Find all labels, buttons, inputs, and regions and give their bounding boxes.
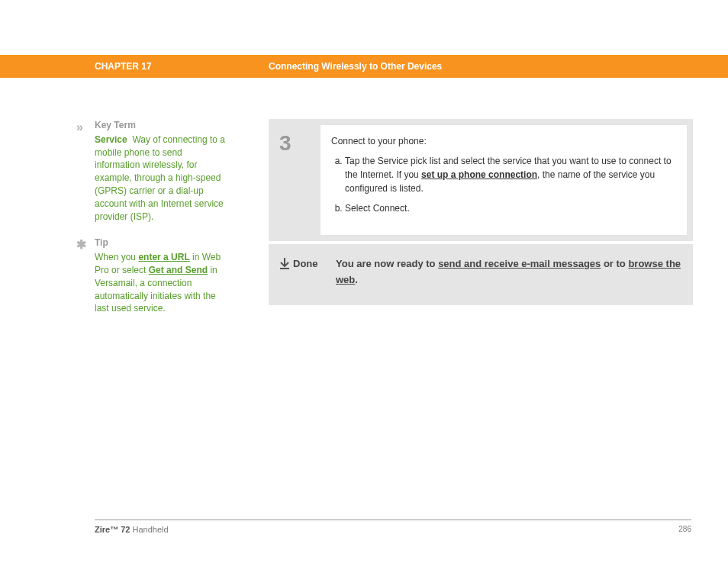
tip-text-pre: When you	[95, 252, 138, 262]
main-content: 3 Connect to your phone: Tap the Service…	[269, 119, 693, 329]
sidebar: » Key Term Service Way of connecting to …	[79, 119, 229, 329]
tip-icon: ✱	[76, 236, 86, 253]
done-text: You are now ready to send and receive e-…	[336, 256, 682, 288]
step-content: Connect to your phone: Tap the Service p…	[321, 125, 687, 235]
tip-block: ✱ Tip When you enter a URL in Web Pro or…	[79, 236, 229, 315]
step-intro: Connect to your phone:	[331, 134, 676, 148]
step-number: 3	[269, 119, 321, 241]
tip-heading: Tip	[95, 236, 229, 249]
get-and-send-link[interactable]: Get and Send	[149, 265, 208, 275]
product-rest: Handheld	[130, 525, 168, 534]
chapter-label: CHAPTER 17	[95, 61, 269, 72]
page-number: 286	[678, 525, 691, 534]
chapter-header: CHAPTER 17 Connecting Wirelessly to Othe…	[0, 55, 728, 78]
key-term-block: » Key Term Service Way of connecting to …	[79, 119, 229, 223]
product-bold: Zire™ 72	[95, 525, 130, 534]
done-post: .	[355, 274, 358, 285]
done-box: Done You are now ready to send and recei…	[269, 244, 693, 305]
key-term-body: Service Way of connecting to a mobile ph…	[95, 134, 229, 224]
product-name: Zire™ 72 Handheld	[95, 525, 169, 534]
tip-body: When you enter a URL in Web Pro or selec…	[95, 251, 229, 315]
done-label: Done	[293, 256, 336, 288]
step-item-a: Tap the Service pick list and select the…	[345, 154, 676, 195]
chapter-title: Connecting Wirelessly to Other Devices	[269, 61, 728, 72]
enter-url-link[interactable]: enter a URL	[138, 252, 189, 262]
key-term-label: Service	[95, 134, 127, 145]
send-receive-email-link[interactable]: send and receive e-mail messages	[438, 258, 601, 269]
content-area: » Key Term Service Way of connecting to …	[0, 78, 728, 329]
page-footer: Zire™ 72 Handheld 286	[95, 520, 691, 534]
step-item-b: Select Connect.	[345, 201, 676, 215]
done-pre: You are now ready to	[336, 258, 438, 269]
key-term-heading: Key Term	[95, 119, 229, 132]
key-term-icon: »	[76, 119, 83, 136]
setup-phone-connection-link[interactable]: set up a phone connection	[421, 169, 537, 180]
done-mid: or to	[601, 258, 628, 269]
done-arrow-icon	[279, 256, 293, 288]
step-box: 3 Connect to your phone: Tap the Service…	[269, 119, 693, 241]
key-term-text: Way of connecting to a mobile phone to s…	[95, 134, 225, 222]
